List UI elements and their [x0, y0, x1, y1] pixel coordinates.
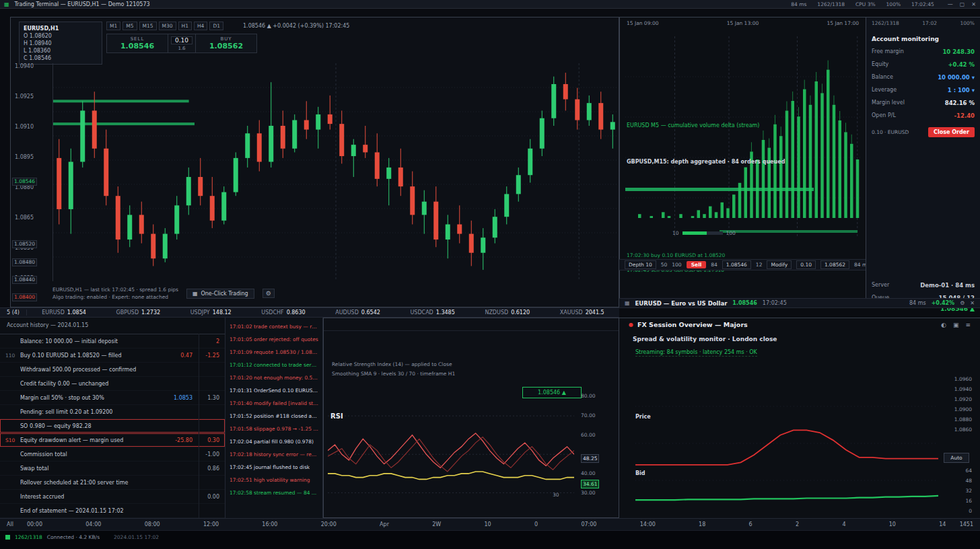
overview-header-icons: ◐ ▣ ≡ [941, 322, 971, 328]
sell-button[interactable]: SELL 1.08546 [107, 34, 168, 52]
sidebar-row-label: Leverage [872, 87, 897, 93]
connection-note: Connected · 4.2 KB/s [47, 534, 100, 540]
dom-control-chip[interactable]: 0.10 [796, 260, 816, 269]
contrast-icon[interactable]: ◐ [941, 322, 946, 328]
depth-overlay-sublabel: GBPUSD,M15: depth aggregated · 84 orders… [627, 159, 785, 165]
table-row[interactable]: S10 Equity drawdown alert — margin used … [0, 433, 225, 447]
app-title: Trading Terminal — EURUSD,H1 — Demo 1210… [15, 1, 150, 7]
window-control-button[interactable]: ▢ [960, 1, 965, 7]
window-control-button[interactable]: ✕ [971, 1, 976, 7]
sell-label: SELL [111, 36, 164, 42]
table-row[interactable]: Credit facility 0.00 — unchanged [0, 377, 225, 391]
dom-control-chip[interactable]: Depth 10 [625, 260, 656, 269]
close-order-button[interactable]: Close Order [928, 127, 975, 137]
ticker-item[interactable]: USDJPY 148.12 [190, 309, 232, 316]
timeframe-button[interactable]: M15 [139, 22, 157, 30]
table-row[interactable]: Interest accrued 0.00 [0, 490, 225, 504]
ticker-items: EURUSD 1.0854 GBPUSD 1.2732 USDJPY 148.1… [27, 309, 619, 316]
slider-track[interactable] [682, 231, 723, 235]
connection-counter: 1262/1318 [15, 534, 42, 540]
history-rows: Balance: 10 000.00 — initial deposit 2 1… [0, 334, 225, 518]
axis-label: 1.0900 [944, 406, 972, 416]
row-value-1: 1.0853 [164, 395, 193, 401]
table-row[interactable]: Commission total -1.00 [0, 447, 225, 462]
table-row[interactable]: Withdrawal 500.00 processed — confirmed [0, 363, 225, 377]
sidebar-row-value: 1 : 100 ▾ [948, 87, 975, 94]
timeframe-button[interactable]: M5 [123, 22, 137, 30]
buy-button[interactable]: BUY 1.08562 [196, 34, 256, 52]
dom-control-chip[interactable]: 1.08562 [820, 260, 849, 269]
ticker-symbol: NZDUSD [485, 309, 508, 316]
ticker-item[interactable]: XAUUSD 2041.5 [560, 309, 604, 316]
indicator-name-label: RSI [330, 412, 343, 420]
table-row[interactable]: Pending: sell limit 0.20 at 1.09200 [0, 405, 225, 419]
dom-control-chip[interactable]: 100 [672, 262, 681, 268]
dom-control-chip[interactable]: 12 [756, 262, 763, 268]
ticker-item[interactable]: NZDUSD 0.6120 [485, 309, 530, 316]
gear-icon[interactable]: ⚙ [262, 289, 275, 298]
window-control-button[interactable]: — [948, 1, 953, 7]
axis-label: 1.0940 [944, 386, 972, 396]
ticker-symbol: AUDUSD [335, 309, 359, 316]
dom-control-chip[interactable]: 1.08546 [722, 260, 751, 269]
ticker-item[interactable]: EURUSD 1.0854 [42, 309, 86, 316]
rsi-axis: 80.0070.0060.0048.2540.0034.6130.00 [577, 377, 616, 512]
time-axis-label: 10 [485, 521, 491, 527]
symbol-icon: ▦ [625, 300, 630, 306]
auto-scale-button[interactable]: Auto [944, 453, 969, 463]
table-row[interactable]: Margin call 50% · stop out 30% 1.0853 1.… [0, 391, 225, 405]
price-tag: 1.08480 [12, 258, 37, 266]
journal-entry: 17:01:31 OrderSend 0.10 EURUSD @ 1.08520 [225, 384, 322, 397]
timeframe-button[interactable]: H1 [178, 22, 192, 30]
ticker-item[interactable]: AUDUSD 0.6542 [335, 309, 380, 316]
time-axis-bar: All 00:0004:0008:0012:0016:0020:00Apr2W1… [0, 518, 980, 530]
journal-entry: 17:02:04 partial fill 0.980 (0.978) [225, 435, 322, 448]
dom-control-chip[interactable]: 50 [661, 262, 668, 268]
table-row[interactable]: Balance: 10 000.00 — initial deposit 2 [0, 334, 225, 349]
table-row[interactable]: Rollover scheduled at 21:00 server time [0, 476, 225, 490]
time-axis-label: 08:00 [145, 521, 160, 527]
layout-icon[interactable]: ▣ [953, 322, 959, 328]
timeframe-button[interactable]: M1 [106, 22, 120, 30]
depth-date-row: 15 Jan 09:0015 Jan 13:0015 Jan 17:00 [627, 20, 859, 26]
ticker-value: 0.6542 [361, 309, 380, 316]
ticker-item[interactable]: USDCHF 0.8630 [261, 309, 305, 316]
chart-symbol-title: EURUSD,H1 [24, 25, 98, 32]
row-badge: S10 [5, 437, 20, 443]
depth-zoom-slider[interactable]: 10 100 [672, 230, 736, 236]
ticker-item[interactable]: GBPUSD 1.2732 [116, 309, 160, 316]
overview-price-axis: 1.09601.09401.09201.09001.08801.0860 [944, 376, 972, 437]
menu-icon[interactable]: ≡ [965, 322, 971, 328]
axis-label: 70.00 [581, 412, 595, 419]
one-click-trading-button[interactable]: ▦ One-Click Trading [186, 289, 254, 299]
overview-line-chart[interactable] [635, 369, 938, 512]
lot-size-widget: 0.10 1.6 [168, 34, 196, 52]
row-label: Buy 0.10 EURUSD at 1.08520 — filled [20, 353, 164, 359]
axis-label: 1.0880 [944, 416, 972, 427]
main-candlestick-chart[interactable] [53, 63, 619, 281]
main-chart-panel: EURUSD,H1 O 1.08620 H 1.08940 L 1.08360 … [10, 17, 619, 307]
axis-label: 1.0920 [944, 396, 972, 406]
dom-control-chip[interactable]: Sell [687, 261, 707, 268]
lot-size-input[interactable]: 0.10 [171, 36, 193, 44]
timeframe-button[interactable]: H4 [194, 22, 207, 30]
table-row[interactable]: End of statement — 2024.01.15 17:02 [0, 504, 225, 518]
trading-terminal: ▦ Trading Terminal — EURUSD,H1 — Demo 12… [0, 0, 980, 549]
timeframe-button[interactable]: M30 [159, 22, 176, 30]
signal-price-tag: 1.08546 ▲ [522, 387, 582, 398]
table-row[interactable]: 110 Buy 0.10 EURUSD at 1.08520 — filled … [0, 349, 225, 363]
table-row[interactable]: SO 0.980 — equity 982.28 [0, 419, 225, 433]
dom-control-chip[interactable]: 84 [711, 262, 718, 268]
close-icon[interactable]: ✕ [970, 300, 975, 306]
row-label: Balance: 10 000.00 — initial deposit [20, 338, 164, 344]
timeframe-toolbar: M1M5M15M30H1H4D1 [106, 22, 223, 30]
ticker-value: 0.6120 [511, 309, 530, 316]
dom-control-chip[interactable]: Modify [767, 260, 792, 269]
journal-entry: 17:01:09 requote 1.08530 / 1.08548 [225, 346, 322, 359]
table-row[interactable]: Swap total 0.86 [0, 462, 225, 476]
timeframe-button[interactable]: D1 [209, 22, 223, 30]
depth-volume-chart[interactable] [625, 36, 861, 238]
ticker-item[interactable]: USDCAD 1.3485 [410, 309, 454, 316]
row-label: End of statement — 2024.01.15 17:02 [20, 508, 164, 514]
gear-icon[interactable]: ⚙ [960, 300, 965, 306]
